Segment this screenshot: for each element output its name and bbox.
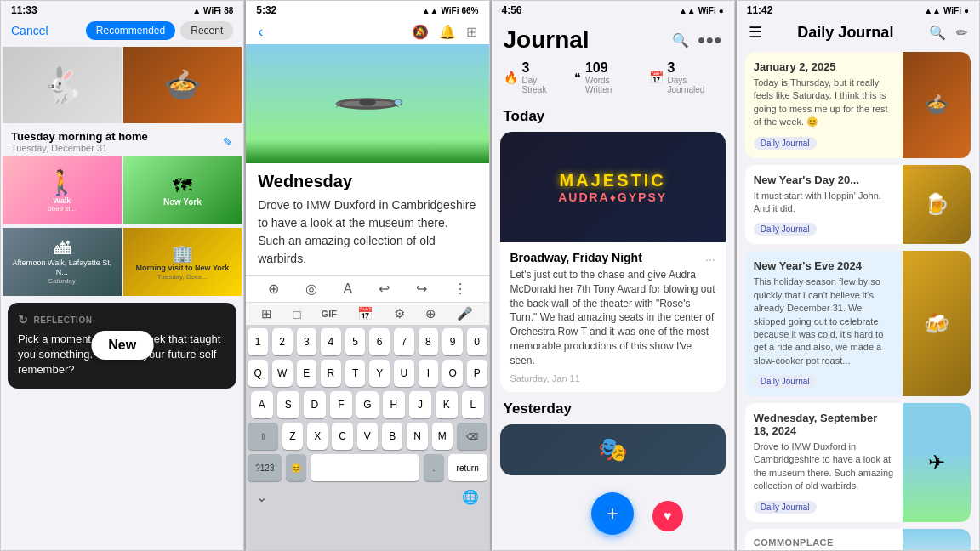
grid-icon[interactable]: ⊞ <box>466 24 477 40</box>
key-3[interactable]: 3 <box>297 328 317 355</box>
key-v[interactable]: V <box>357 423 378 450</box>
recent-pill[interactable]: Recent <box>180 21 233 40</box>
key-4[interactable]: 4 <box>321 328 341 355</box>
dj-entry-4[interactable]: Wednesday, September 18, 2024 Drove to I… <box>745 403 971 522</box>
more-icon[interactable]: ⋮ <box>453 281 467 297</box>
cal-icon[interactable]: 📅 <box>357 306 373 321</box>
today-label: Today <box>492 103 734 128</box>
journal-more-icon[interactable]: ●●● <box>698 32 722 48</box>
undo-icon[interactable]: ↩ <box>379 281 390 297</box>
key-d[interactable]: D <box>304 391 326 418</box>
key-delete[interactable]: ⌫ <box>457 423 487 450</box>
dj-entry-3-content: New Year's Eve 2024 This holiday season … <box>745 251 903 396</box>
key-shift[interactable]: ⇧ <box>248 423 278 450</box>
menu-icon[interactable]: ☰ <box>749 23 762 42</box>
gear-icon[interactable]: ⚙ <box>394 306 405 321</box>
key-g[interactable]: G <box>356 391 379 418</box>
grid2-icon[interactable]: ⊞ <box>261 306 272 321</box>
key-p[interactable]: P <box>467 360 487 387</box>
key-k[interactable]: K <box>436 391 458 418</box>
key-n[interactable]: N <box>407 423 427 450</box>
dj-entry-5[interactable]: COMMONPLACE BOOK ☁ <box>745 529 971 550</box>
key-t[interactable]: T <box>345 360 366 387</box>
key-5[interactable]: 5 <box>345 328 366 355</box>
dj-entry-1[interactable]: January 2, 2025 Today is Thursday, but i… <box>745 52 971 158</box>
key-0[interactable]: 0 <box>467 328 487 355</box>
map-photo[interactable]: 🗺 New York <box>123 156 242 224</box>
media-icon[interactable]: □ <box>293 307 300 321</box>
key-j[interactable]: J <box>409 391 431 418</box>
entry-more[interactable]: ··· <box>705 253 715 266</box>
key-6[interactable]: 6 <box>369 328 390 355</box>
words-info: 109 Words Written <box>585 60 635 94</box>
sticker-icon[interactable]: ◎ <box>305 281 317 297</box>
mic-icon[interactable]: 🎤 <box>457 306 473 321</box>
bell-icon[interactable]: 🔔 <box>439 24 456 40</box>
key-x[interactable]: X <box>307 423 328 450</box>
key-emoji[interactable]: 😊 <box>286 454 306 481</box>
key-f[interactable]: F <box>330 391 352 418</box>
keyboard[interactable]: 1 2 3 4 5 6 7 8 9 0 Q W E R T Y U I O P … <box>246 325 488 550</box>
dj-entry-1-date: January 2, 2025 <box>754 60 894 73</box>
key-w[interactable]: W <box>272 360 293 387</box>
dj-entry-3[interactable]: New Year's Eve 2024 This holiday season … <box>745 251 971 396</box>
recommended-pill[interactable]: Recommended <box>86 21 175 40</box>
key-y[interactable]: Y <box>369 360 390 387</box>
key-s[interactable]: S <box>277 391 299 418</box>
insert-icon[interactable]: ⊕ <box>268 281 279 297</box>
key-l[interactable]: L <box>462 391 484 418</box>
dj-compose-icon[interactable]: ✏ <box>956 25 967 41</box>
key-numbers[interactable]: ?123 <box>248 454 282 481</box>
key-a[interactable]: A <box>251 391 273 418</box>
key-c[interactable]: C <box>332 423 352 450</box>
edit-icon[interactable]: ✎ <box>223 135 233 149</box>
filter-pills: Recommended Recent <box>86 21 233 40</box>
today-entry-card[interactable]: MAJESTIC AUDRA♦GYPSY Broadway, Friday Ni… <box>500 132 726 392</box>
key-e[interactable]: E <box>297 360 317 387</box>
key-r[interactable]: R <box>321 360 341 387</box>
attach-icon[interactable]: ⊕ <box>425 306 436 321</box>
yesterday-card[interactable]: 🎭 <box>500 424 726 475</box>
key-return[interactable]: return <box>448 454 487 481</box>
key-i[interactable]: I <box>419 360 439 387</box>
journal-search-icon[interactable]: 🔍 <box>672 32 689 48</box>
key-8[interactable]: 8 <box>419 328 439 355</box>
back-button[interactable]: ‹ <box>258 23 263 41</box>
street-photo[interactable]: 🏙 Afternoon Walk, Lafayette St, N... Sat… <box>3 228 122 296</box>
kb-down-icon[interactable]: ⌄ <box>256 489 267 505</box>
key-o[interactable]: O <box>442 360 463 387</box>
cancel-button[interactable]: Cancel <box>11 24 48 37</box>
kb-globe-icon[interactable]: 🌐 <box>462 489 479 505</box>
memory-title: Tuesday morning at home <box>11 130 148 143</box>
key-m[interactable]: M <box>432 423 453 450</box>
dj-search-icon[interactable]: 🔍 <box>929 25 946 41</box>
bell-off-icon[interactable]: 🔕 <box>412 24 429 40</box>
dj-entry-3-date: New Year's Eve 2024 <box>754 259 894 272</box>
key-9[interactable]: 9 <box>442 328 463 355</box>
redo-icon[interactable]: ↪ <box>416 281 427 297</box>
key-b[interactable]: B <box>382 423 402 450</box>
dj-entry-5-content: COMMONPLACE BOOK <box>745 529 903 550</box>
key-1[interactable]: 1 <box>248 328 268 355</box>
fab-add-entry[interactable]: + <box>591 492 634 535</box>
key-h[interactable]: H <box>383 391 405 418</box>
key-7[interactable]: 7 <box>394 328 414 355</box>
walk-photo[interactable]: 🚶 Walk 3689 st... <box>3 156 122 224</box>
ny-photo[interactable]: 🏢 Morning visit to New York Tuesday, Dec… <box>123 228 242 296</box>
key-q[interactable]: Q <box>248 360 268 387</box>
food-photo[interactable]: 🍲 <box>123 47 242 123</box>
key-u[interactable]: U <box>394 360 414 387</box>
journal-body[interactable]: Drove to IMW Duxford in Cambridgeshire t… <box>246 196 488 275</box>
dj-entry-2[interactable]: New Year's Day 20... It must start with … <box>745 165 971 245</box>
dj-entry-1-text: Today is Thursday, but it really feels l… <box>754 77 894 129</box>
heart-button[interactable]: ♥ <box>652 501 683 531</box>
gif-label[interactable]: GIF <box>322 309 337 319</box>
key-z[interactable]: Z <box>282 423 303 450</box>
key-period[interactable]: . <box>424 454 444 481</box>
rabbit-photo[interactable]: 🐇 <box>3 47 122 123</box>
key-space[interactable] <box>311 454 419 481</box>
text-format-icon[interactable]: A <box>344 281 353 297</box>
dj-entry-5-thumb: ☁ <box>903 529 971 550</box>
editor-toolbar-2: ⊞ □ GIF 📅 ⚙ ⊕ 🎤 <box>246 303 488 325</box>
key-2[interactable]: 2 <box>272 328 293 355</box>
